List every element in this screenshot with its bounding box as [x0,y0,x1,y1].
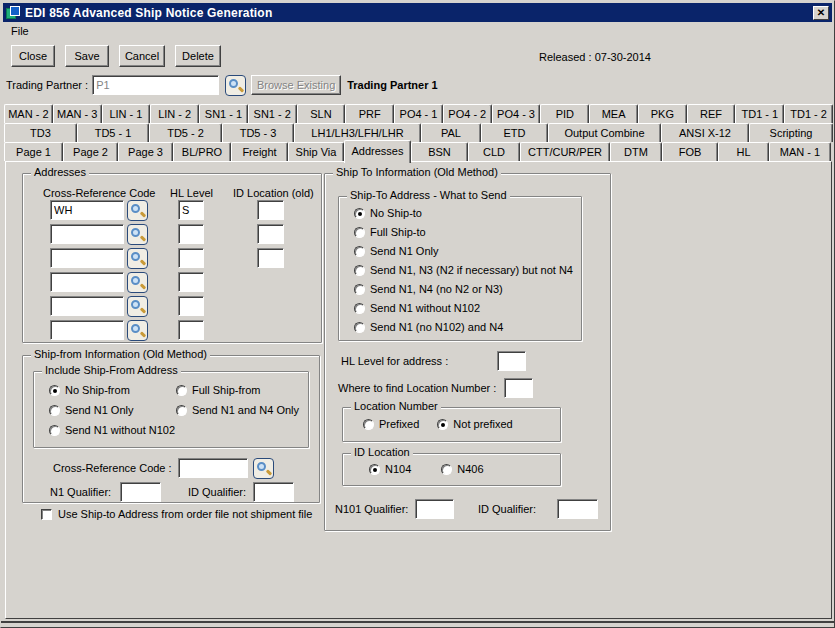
id-location-old-input[interactable] [257,248,284,268]
n101-qualifier-label: N101 Qualifier: [335,503,408,515]
tab-td1-1[interactable]: TD1 - 1 [735,104,784,123]
radio-button[interactable] [363,419,374,430]
tab-lin-2[interactable]: LIN - 2 [150,104,199,123]
hl-level-input[interactable] [178,248,204,268]
tab-freight[interactable]: Freight [231,142,288,161]
tab-po4-2[interactable]: PO4 - 2 [443,104,492,123]
ship-from-crossref-input[interactable] [178,458,248,478]
tab-fob[interactable]: FOB [662,142,718,161]
tab-man-3[interactable]: MAN - 3 [53,104,102,123]
cross-reference-code-input[interactable] [50,272,124,292]
radio-button[interactable] [354,227,365,238]
radio-button[interactable] [49,385,60,396]
close-window-button[interactable]: ✕ [813,6,829,20]
n1-qualifier-input[interactable] [120,482,161,502]
radio-button[interactable] [176,385,187,396]
tab-cld[interactable]: CLD [468,142,520,161]
cross-reference-code-input[interactable] [50,320,124,340]
radio-button[interactable] [441,464,452,475]
radio-button[interactable] [49,425,60,436]
hl-level-input[interactable] [178,272,204,292]
cancel-button[interactable]: Cancel [119,45,165,67]
radio-label: No Ship-from [65,384,130,396]
tab-mea[interactable]: MEA [589,104,638,123]
trading-partner-input[interactable] [92,75,219,95]
use-ship-to-checkbox[interactable] [41,509,52,520]
cross-reference-code-input[interactable] [50,248,124,268]
tab-scripting[interactable]: Scripting [749,123,833,142]
cross-reference-search-button[interactable] [127,200,148,221]
ship-to-id-qualifier-input[interactable] [557,499,598,519]
tab-pal[interactable]: PAL [421,123,481,142]
tab-td3[interactable]: TD3 [4,123,77,142]
ship-from-id-qualifier-input[interactable] [253,482,294,502]
cross-reference-search-button[interactable] [127,272,148,293]
cross-reference-search-button[interactable] [127,296,148,317]
tab-bl-pro[interactable]: BL/PRO [173,142,231,161]
tab-page-1[interactable]: Page 1 [4,142,63,161]
location-number-title: Location Number [351,400,441,412]
radio-button[interactable] [354,265,365,276]
cross-reference-search-button[interactable] [127,320,148,341]
trading-partner-search-button[interactable] [225,75,246,96]
tab-ref[interactable]: REF [687,104,736,123]
cross-reference-search-button[interactable] [127,224,148,245]
radio-button[interactable] [437,419,448,430]
hl-level-input[interactable] [178,320,204,340]
tab-td1-2[interactable]: TD1 - 2 [784,104,833,123]
hl-level-for-address-input[interactable] [497,351,526,371]
id-location-old-input[interactable] [257,224,284,244]
radio-button[interactable] [354,208,365,219]
where-find-location-input[interactable] [504,378,533,398]
hl-level-input[interactable] [178,200,204,220]
hl-level-input[interactable] [178,224,204,244]
tab-td5-3[interactable]: TD5 - 3 [222,123,294,142]
hl-level-input[interactable] [178,296,204,316]
tab-sn1-2[interactable]: SN1 - 2 [248,104,297,123]
tab-page-2[interactable]: Page 2 [63,142,118,161]
tab-man-1[interactable]: MAN - 1 [769,142,831,161]
ship-from-crossref-search-button[interactable] [253,458,274,479]
radio-button[interactable] [176,405,187,416]
cross-reference-code-input[interactable] [50,224,124,244]
tab-sln[interactable]: SLN [297,104,346,123]
radio-button[interactable] [369,464,380,475]
tab-po4-1[interactable]: PO4 - 1 [394,104,443,123]
delete-button[interactable]: Delete [175,45,221,67]
radio-button[interactable] [354,246,365,257]
tab-bsn[interactable]: BSN [411,142,468,161]
tab-man-2[interactable]: MAN - 2 [4,104,53,123]
tab-pkg[interactable]: PKG [638,104,687,123]
tab-sn1-1[interactable]: SN1 - 1 [199,104,248,123]
tab-page-3[interactable]: Page 3 [118,142,173,161]
radio-button[interactable] [354,303,365,314]
radio-button[interactable] [354,284,365,295]
tab-po4-3[interactable]: PO4 - 3 [492,104,541,123]
tab-td5-2[interactable]: TD5 - 2 [149,123,222,142]
tab-addresses[interactable]: Addresses [344,140,411,163]
addresses-group-title: Addresses [31,166,89,178]
close-button[interactable]: Close [11,45,55,67]
tab-etd[interactable]: ETD [481,123,548,142]
tab-ansi-x-12[interactable]: ANSI X-12 [661,123,749,142]
cross-reference-search-button[interactable] [127,248,148,269]
radio-button[interactable] [354,322,365,333]
tab-dtm[interactable]: DTM [610,142,662,161]
tab-pid[interactable]: PID [540,104,589,123]
tab-lin-1[interactable]: LIN - 1 [102,104,151,123]
tab-ctt-cur-per[interactable]: CTT/CUR/PER [520,142,610,161]
menu-file[interactable]: File [5,24,35,40]
n101-qualifier-input[interactable] [415,499,454,519]
save-button[interactable]: Save [65,45,109,67]
cross-reference-code-input[interactable] [50,200,124,220]
radio-button[interactable] [49,405,60,416]
browse-existing-button[interactable]: Browse Existing [251,75,341,95]
tab-output-combine[interactable]: Output Combine [548,123,661,142]
tab-ship-via[interactable]: Ship Via [288,142,344,161]
close-icon: ✕ [817,8,825,18]
cross-reference-code-input[interactable] [50,296,124,316]
tab-prf[interactable]: PRF [345,104,394,123]
tab-td5-1[interactable]: TD5 - 1 [77,123,149,142]
tab-hl[interactable]: HL [718,142,769,161]
id-location-old-input[interactable] [257,200,284,220]
